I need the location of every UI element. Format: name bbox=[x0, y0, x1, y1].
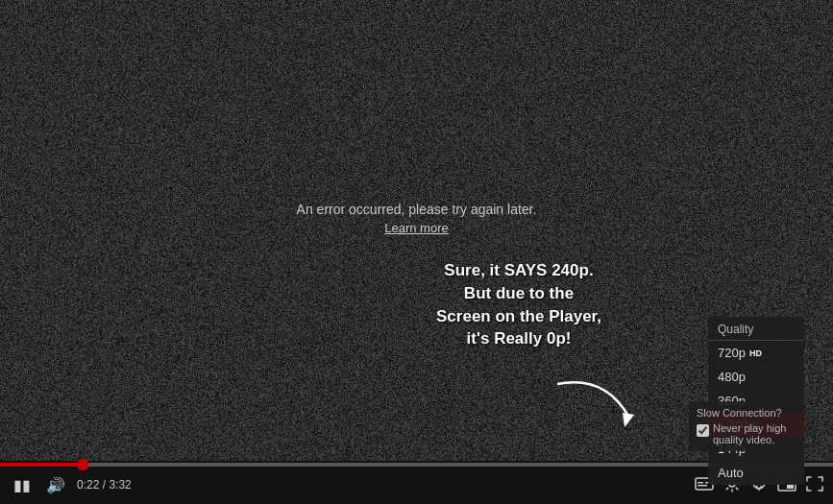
slow-connection-panel: Slow Connection? Never play high quality… bbox=[689, 401, 804, 451]
never-play-high-checkbox[interactable] bbox=[697, 424, 709, 437]
slow-connection-title: Slow Connection? bbox=[697, 407, 796, 419]
never-play-high-row: Never play high quality video. bbox=[697, 422, 796, 445]
fullscreen-button[interactable] bbox=[806, 476, 823, 494]
annotation-bubble: Sure, it SAYS 240p. But due to the Scree… bbox=[423, 259, 615, 350]
annotation-arrow bbox=[548, 374, 644, 432]
quality-menu-title: Quality bbox=[708, 317, 804, 341]
error-overlay: An error occurred, please try again late… bbox=[297, 202, 537, 235]
quality-option-480p[interactable]: 480p bbox=[708, 365, 804, 389]
pause-button[interactable]: ▮▮ bbox=[10, 474, 35, 496]
annotation-line2: But due to the bbox=[464, 284, 574, 302]
error-message: An error occurred, please try again late… bbox=[297, 202, 537, 217]
time-display: 0:22 / 3:32 bbox=[77, 478, 132, 492]
total-time: 3:32 bbox=[109, 478, 131, 492]
quality-option-720p[interactable]: 720pHD bbox=[708, 341, 804, 365]
time-separator: / bbox=[103, 478, 106, 492]
never-play-high-label: Never play high quality video. bbox=[713, 422, 796, 445]
svg-rect-2 bbox=[698, 482, 703, 484]
svg-rect-4 bbox=[698, 485, 707, 487]
annotation-line1: Sure, it SAYS 240p. bbox=[444, 261, 593, 279]
quality-option-auto[interactable]: Auto bbox=[708, 461, 804, 485]
progress-thumb[interactable] bbox=[77, 459, 88, 470]
annotation-line3: Screen on the Player, bbox=[436, 307, 601, 325]
current-time: 0:22 bbox=[77, 478, 99, 492]
volume-button[interactable]: 🔊 bbox=[42, 474, 69, 496]
annotation-line4: it's Really 0p! bbox=[467, 329, 572, 348]
svg-marker-0 bbox=[623, 413, 634, 427]
learn-more-link[interactable]: Learn more bbox=[297, 221, 537, 235]
progress-fill bbox=[0, 463, 84, 467]
